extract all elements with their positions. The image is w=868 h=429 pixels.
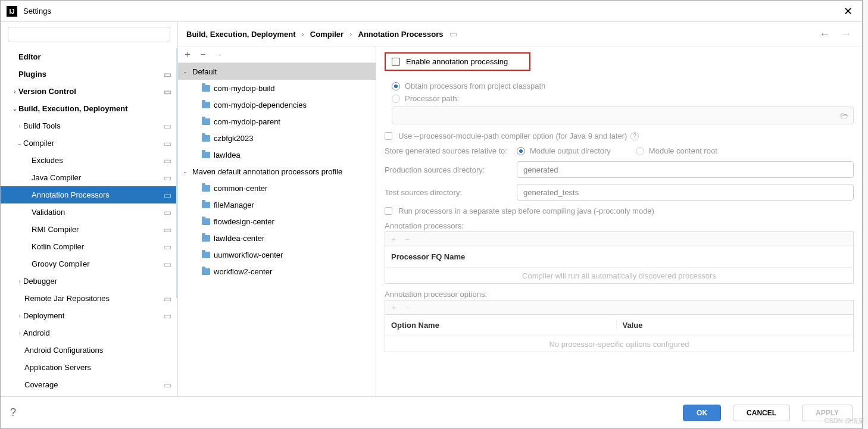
help-icon[interactable]: ?: [630, 132, 639, 140]
module-content-radio[interactable]: [636, 147, 644, 155]
browse-folder-icon[interactable]: 🗁: [840, 111, 848, 120]
prod-dir-label: Production sources directory:: [385, 165, 510, 174]
profile-item[interactable]: lawIdea-center: [178, 230, 376, 246]
profile-item[interactable]: uumworkflow-center: [178, 246, 376, 263]
sidebar-item-build-tools[interactable]: ›Build Tools▭: [1, 117, 177, 134]
sidebar-item-editor[interactable]: Editor: [1, 48, 177, 65]
remove-option-button[interactable]: －: [404, 302, 411, 313]
folder-icon: [202, 202, 210, 208]
sidebar-item-annotation-processors[interactable]: Annotation Processors▭: [1, 186, 177, 203]
obtain-classpath-radio[interactable]: [392, 82, 400, 90]
project-scope-icon: ▭: [164, 380, 171, 390]
breadcrumb-sep: ›: [349, 30, 352, 39]
sidebar-item-label: Editor: [18, 52, 171, 61]
module-output-radio[interactable]: [517, 147, 525, 155]
chevron-icon: ›: [16, 313, 23, 319]
sidebar-item-remote-jar-repositories[interactable]: Remote Jar Repositories▭: [1, 290, 177, 307]
sidebar-item-rmi-compiler[interactable]: RMI Compiler▭: [1, 221, 177, 238]
sidebar-item-plugins[interactable]: Plugins▭: [1, 65, 177, 83]
test-dir-input[interactable]: generated_tests: [517, 184, 854, 201]
sidebar-item-application-servers[interactable]: Application Servers: [1, 359, 177, 376]
profile-item[interactable]: com-mydoip-parent: [178, 113, 376, 130]
cancel-button[interactable]: CANCEL: [733, 405, 790, 421]
folder-icon: [202, 152, 210, 158]
processor-path-radio[interactable]: [392, 95, 400, 103]
breadcrumb-part[interactable]: Build, Execution, Deployment: [186, 30, 295, 39]
sidebar-scroll-accent: [176, 48, 178, 298]
sidebar-item-kotlin-compiler[interactable]: Kotlin Compiler▭: [1, 238, 177, 255]
chevron-icon: ⌄: [183, 68, 189, 74]
sidebar-item-android-configurations[interactable]: Android Configurations: [1, 342, 177, 359]
separate-step-checkbox[interactable]: [385, 207, 392, 215]
profile-item[interactable]: ⌄Maven default annotation processors pro…: [178, 163, 376, 180]
profile-pane: ＋ － → ⌄Defaultcom-mydoip-buildcom-mydoip…: [178, 46, 376, 396]
enable-annotation-checkbox[interactable]: [392, 58, 400, 66]
profile-item[interactable]: flowdesign-center: [178, 213, 376, 230]
sidebar-item-label: Android: [23, 328, 171, 337]
folder-icon: [202, 135, 210, 142]
processor-path-input[interactable]: 🗁: [392, 107, 854, 124]
add-profile-button[interactable]: ＋: [183, 48, 192, 61]
profile-item-label: com-mydoip-dependencies: [214, 101, 307, 109]
options-table: Option Name Value No processor-specific …: [385, 314, 854, 352]
module-path-checkbox[interactable]: [385, 132, 392, 140]
profile-item[interactable]: common-center: [178, 180, 376, 196]
profile-item[interactable]: workflow2-center: [178, 263, 376, 280]
prod-dir-input[interactable]: generated: [517, 161, 854, 178]
folder-icon: [202, 252, 210, 258]
sidebar-item-excludes[interactable]: Excludes▭: [1, 152, 177, 169]
profile-item[interactable]: fileManager: [178, 196, 376, 213]
sidebar-item-docker[interactable]: ›Docker: [1, 393, 177, 396]
folder-icon: [202, 235, 210, 242]
chevron-icon: ⌄: [11, 106, 18, 112]
apply-button[interactable]: APPLY: [802, 405, 853, 421]
profile-item-label: czbfgk2023: [214, 134, 254, 143]
close-button[interactable]: ✕: [840, 5, 856, 18]
breadcrumb-sep: ›: [301, 30, 304, 39]
ok-button[interactable]: OK: [683, 405, 721, 421]
project-scope-icon: ▭: [164, 311, 171, 321]
annotation-processors-label: Annotation processors:: [385, 221, 854, 230]
sidebar-item-version-control[interactable]: ›Version Control▭: [1, 83, 177, 100]
app-icon: IJ: [7, 6, 17, 17]
profile-item[interactable]: lawIdea: [178, 146, 376, 163]
test-dir-label: Test sources directory:: [385, 188, 510, 197]
sidebar-item-label: Plugins: [18, 70, 164, 79]
profile-item-label: fileManager: [214, 201, 254, 209]
breadcrumb-part[interactable]: Compiler: [310, 30, 344, 39]
profile-item-label: com-mydoip-parent: [214, 117, 280, 126]
sidebar-item-deployment[interactable]: ›Deployment▭: [1, 307, 177, 324]
store-relative-label: Store generated sources relative to:: [385, 146, 510, 155]
titlebar: IJ Settings ✕: [1, 1, 862, 22]
profile-item[interactable]: czbfgk2023: [178, 130, 376, 146]
sidebar-item-compiler[interactable]: ⌄Compiler▭: [1, 134, 177, 152]
remove-profile-button[interactable]: －: [198, 48, 208, 61]
add-processor-button[interactable]: ＋: [390, 234, 398, 245]
sidebar-item-label: Coverage: [24, 380, 164, 389]
enable-annotation-label: Enable annotation processing: [406, 57, 508, 66]
enable-annotation-highlight: Enable annotation processing: [385, 52, 530, 71]
profile-item[interactable]: ⌄Default: [178, 63, 376, 80]
chevron-icon: ›: [16, 123, 23, 129]
module-path-label: Use --processor-module-path compiler opt…: [398, 131, 627, 140]
sidebar-item-label: Debugger: [23, 277, 171, 286]
add-option-button[interactable]: ＋: [390, 302, 398, 313]
project-scope-icon: ▭: [164, 208, 171, 217]
sidebar-item-java-compiler[interactable]: Java Compiler▭: [1, 169, 177, 186]
profile-item[interactable]: com-mydoip-dependencies: [178, 96, 376, 113]
sidebar-item-build-execution-deployment[interactable]: ⌄Build, Execution, Deployment: [1, 100, 177, 117]
help-button[interactable]: ?: [10, 406, 16, 419]
nav-back-icon[interactable]: ←: [817, 28, 832, 40]
move-profile-button: →: [214, 49, 223, 60]
sidebar-item-label: Excludes: [32, 156, 164, 165]
project-scope-icon: ▭: [164, 139, 171, 148]
sidebar-item-groovy-compiler[interactable]: Groovy Compiler▭: [1, 255, 177, 273]
sidebar-item-coverage[interactable]: Coverage▭: [1, 376, 177, 393]
remove-processor-button[interactable]: －: [404, 234, 411, 245]
sidebar-item-debugger[interactable]: ›Debugger: [1, 273, 177, 290]
profile-item[interactable]: com-mydoip-build: [178, 80, 376, 96]
search-input[interactable]: [8, 27, 170, 42]
sidebar-item-android[interactable]: ›Android: [1, 324, 177, 342]
detail-pane: Enable annotation processing Obtain proc…: [376, 46, 862, 396]
sidebar-item-validation[interactable]: Validation▭: [1, 203, 177, 221]
